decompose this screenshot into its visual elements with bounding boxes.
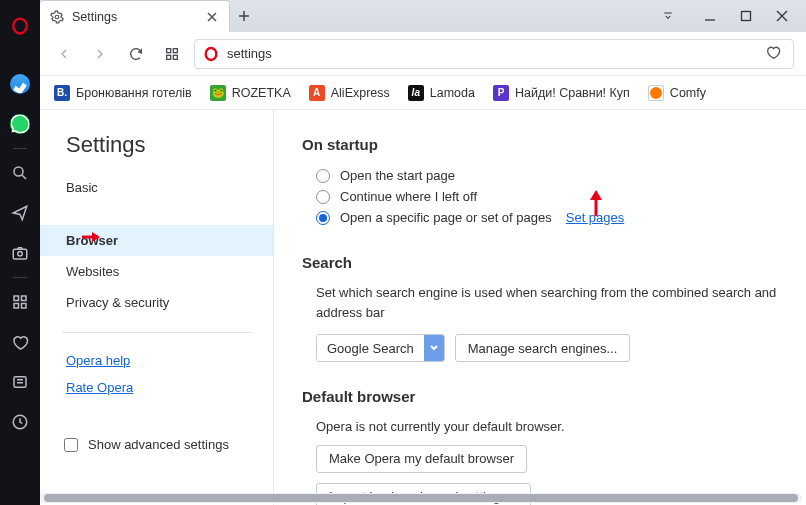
search-icon[interactable]: [0, 153, 40, 193]
messenger-icon[interactable]: [0, 64, 40, 104]
whatsapp-icon[interactable]: [0, 104, 40, 144]
svg-point-3: [18, 252, 23, 257]
bookmark-label: AliExpress: [331, 86, 390, 100]
advanced-label: Show advanced settings: [88, 437, 229, 452]
toolbar: [40, 32, 806, 76]
sidebar-link-opera-help[interactable]: Opera help: [40, 347, 273, 374]
bookmark-item[interactable]: B.Бронювання готелів: [54, 85, 192, 101]
show-advanced-checkbox[interactable]: Show advanced settings: [40, 437, 273, 452]
svg-rect-15: [173, 55, 177, 59]
chevron-down-icon: [424, 335, 444, 361]
section-default-title: Default browser: [302, 388, 778, 405]
address-input[interactable]: [227, 46, 753, 61]
speed-dial-icon[interactable]: [0, 282, 40, 322]
camera-icon[interactable]: [0, 233, 40, 273]
minimize-button[interactable]: [692, 0, 728, 32]
bookmark-item[interactable]: PНайди! Сравни! Куп: [493, 85, 630, 101]
sidebar-item-websites[interactable]: Websites: [40, 256, 273, 287]
set-pages-link[interactable]: Set pages: [566, 210, 625, 225]
default-browser-status: Opera is not currently your default brow…: [302, 417, 778, 445]
favicon: la: [408, 85, 424, 101]
left-rail: [0, 0, 40, 505]
speed-dial-button[interactable]: [158, 40, 186, 68]
sidebar-item-basic[interactable]: Basic: [40, 172, 273, 203]
bookmark-label: Бронювання готелів: [76, 86, 192, 100]
favicon: [648, 85, 664, 101]
horizontal-scrollbar[interactable]: [40, 493, 802, 503]
bookmark-label: ROZETKA: [232, 86, 291, 100]
maximize-button[interactable]: [728, 0, 764, 32]
bookmark-label: Найди! Сравни! Куп: [515, 86, 630, 100]
bookmarks-bar: B.Бронювання готелів🐸ROZETKAAAliExpressl…: [40, 76, 806, 110]
svg-rect-4: [14, 296, 19, 301]
bookmark-heart-button[interactable]: [761, 44, 785, 64]
nav-forward-button[interactable]: [86, 40, 114, 68]
bookmark-label: Comfy: [670, 86, 706, 100]
svg-rect-11: [742, 12, 751, 21]
tab-menu-icon[interactable]: [650, 0, 686, 32]
search-engine-value: Google Search: [317, 341, 424, 356]
bookmark-label: Lamoda: [430, 86, 475, 100]
favicon: A: [309, 85, 325, 101]
titlebar: Settings: [40, 0, 806, 32]
new-tab-button[interactable]: [230, 0, 258, 32]
radio-icon: [316, 169, 330, 183]
section-startup-title: On startup: [302, 136, 778, 153]
startup-option-label: Open the start page: [340, 168, 455, 183]
startup-option[interactable]: Open a specific page or set of pagesSet …: [302, 207, 778, 228]
make-default-button[interactable]: Make Opera my default browser: [316, 445, 527, 473]
close-window-button[interactable]: [764, 0, 800, 32]
svg-point-0: [13, 19, 27, 34]
sidebar-link-rate-opera[interactable]: Rate Opera: [40, 374, 273, 401]
advanced-checkbox-input[interactable]: [64, 438, 78, 452]
heart-icon[interactable]: [0, 322, 40, 362]
svg-point-1: [14, 167, 23, 176]
sidebar-item-privacy-security[interactable]: Privacy & security: [40, 287, 273, 318]
tab-title: Settings: [72, 10, 195, 24]
settings-content: On startup Open the start pageContinue w…: [274, 110, 806, 505]
history-icon[interactable]: [0, 402, 40, 442]
svg-rect-7: [22, 304, 27, 309]
search-description: Set which search engine is used when sea…: [302, 283, 778, 334]
settings-sidebar: Settings BasicBrowserWebsitesPrivacy & s…: [40, 110, 274, 505]
svg-rect-5: [22, 296, 27, 301]
opera-logo[interactable]: [0, 6, 40, 46]
bookmark-item[interactable]: laLamoda: [408, 85, 475, 101]
news-icon[interactable]: [0, 362, 40, 402]
favicon: 🐸: [210, 85, 226, 101]
radio-icon: [316, 211, 330, 225]
radio-icon: [316, 190, 330, 204]
svg-rect-6: [14, 304, 19, 309]
bookmark-item[interactable]: Comfy: [648, 85, 706, 101]
opera-o-icon: [203, 46, 219, 62]
svg-rect-12: [167, 48, 171, 52]
startup-option[interactable]: Open the start page: [302, 165, 778, 186]
send-icon[interactable]: [0, 193, 40, 233]
svg-rect-2: [13, 249, 27, 259]
gear-icon: [50, 10, 64, 24]
address-bar[interactable]: [194, 39, 794, 69]
startup-option-label: Continue where I left off: [340, 189, 477, 204]
startup-option-label: Open a specific page or set of pages: [340, 210, 552, 225]
nav-back-button[interactable]: [50, 40, 78, 68]
svg-rect-13: [173, 48, 177, 52]
favicon: P: [493, 85, 509, 101]
svg-rect-14: [167, 55, 171, 59]
sidebar-item-browser[interactable]: Browser: [40, 225, 273, 256]
section-search-title: Search: [302, 254, 778, 271]
search-engine-select[interactable]: Google Search: [316, 334, 445, 362]
svg-point-16: [206, 48, 217, 60]
tab-settings[interactable]: Settings: [40, 0, 230, 32]
bookmark-item[interactable]: 🐸ROZETKA: [210, 85, 291, 101]
page-title: Settings: [40, 132, 273, 172]
svg-point-10: [55, 15, 59, 19]
reload-button[interactable]: [122, 40, 150, 68]
bookmark-item[interactable]: AAliExpress: [309, 85, 390, 101]
manage-search-engines-button[interactable]: Manage search engines...: [455, 334, 631, 362]
tab-close-button[interactable]: [203, 8, 221, 26]
favicon: B.: [54, 85, 70, 101]
startup-option[interactable]: Continue where I left off: [302, 186, 778, 207]
